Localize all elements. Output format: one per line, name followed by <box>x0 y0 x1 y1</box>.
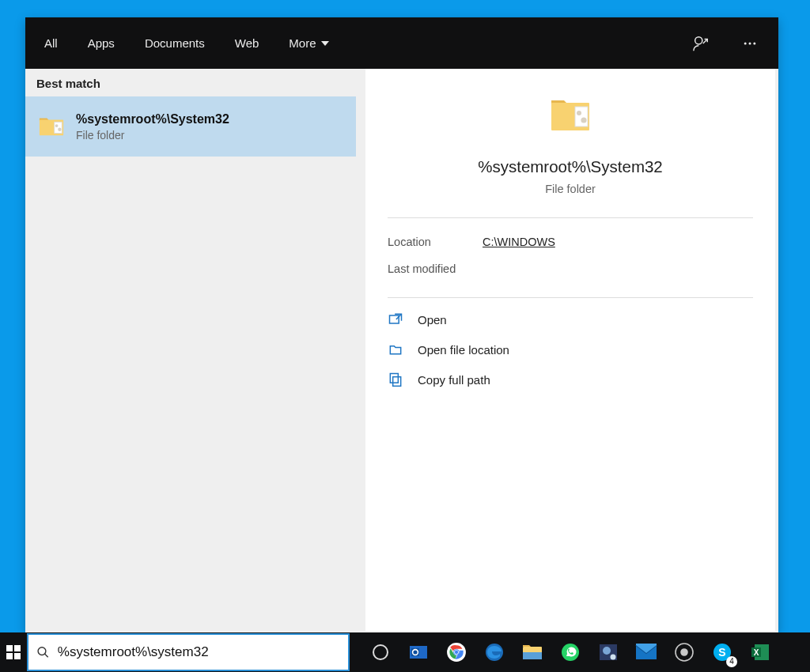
svg-rect-5 <box>55 122 62 133</box>
svg-point-11 <box>581 117 586 123</box>
taskbar-search[interactable] <box>27 633 350 671</box>
groove-music-icon[interactable] <box>671 639 698 666</box>
tab-more[interactable]: More <box>284 32 333 55</box>
mail-icon[interactable] <box>633 639 660 666</box>
search-input[interactable] <box>58 644 348 660</box>
svg-point-33 <box>603 647 611 655</box>
svg-rect-14 <box>390 374 398 383</box>
svg-point-19 <box>38 647 46 655</box>
details: Location C:\WINDOWS Last modified <box>365 218 775 297</box>
svg-rect-18 <box>14 653 21 659</box>
action-open[interactable]: Open <box>378 304 763 334</box>
svg-rect-17 <box>6 653 13 659</box>
svg-rect-9 <box>575 107 588 126</box>
results-panel: Best match %systemroot%\System32 File fo… <box>25 69 356 632</box>
svg-point-0 <box>695 36 702 43</box>
search-icon <box>36 645 50 659</box>
folder-icon <box>548 96 592 140</box>
tab-more-label: More <box>289 36 316 50</box>
preview-title: %systemroot%\System32 <box>365 157 775 176</box>
preview-subtitle: File folder <box>365 183 775 217</box>
svg-point-34 <box>611 655 616 660</box>
folder-icon <box>38 113 65 140</box>
action-copy-path-label: Copy full path <box>418 373 490 387</box>
outlook-icon[interactable] <box>405 639 432 666</box>
taskbar: S 4 X <box>0 632 810 672</box>
file-explorer-icon[interactable] <box>519 639 546 666</box>
app-icon[interactable] <box>595 639 622 666</box>
edge-icon[interactable] <box>481 639 508 666</box>
preview-panel: %systemroot%\System32 File folder Locati… <box>365 69 775 631</box>
action-open-location-label: Open file location <box>418 343 509 357</box>
excel-icon[interactable]: X <box>747 639 774 666</box>
action-open-label: Open <box>418 313 447 327</box>
lastmodified-key: Last modified <box>388 262 483 275</box>
svg-rect-15 <box>6 645 13 651</box>
action-open-location[interactable]: Open file location <box>378 334 763 364</box>
svg-point-1 <box>744 42 747 44</box>
tab-documents[interactable]: Documents <box>140 32 210 55</box>
svg-point-20 <box>373 645 388 659</box>
location-link[interactable]: C:\WINDOWS <box>483 236 555 248</box>
result-title: %systemroot%\System32 <box>76 112 229 126</box>
svg-rect-12 <box>390 315 399 323</box>
svg-point-27 <box>455 651 458 654</box>
action-copy-path[interactable]: Copy full path <box>378 364 763 395</box>
chevron-down-icon <box>321 41 329 46</box>
chrome-icon[interactable] <box>443 639 470 666</box>
skype-icon[interactable]: S 4 <box>709 639 736 666</box>
tab-apps[interactable]: Apps <box>83 32 119 55</box>
svg-point-2 <box>749 42 751 44</box>
cortana-icon[interactable] <box>367 639 394 666</box>
best-match-heading: Best match <box>25 69 356 96</box>
svg-point-6 <box>55 124 59 127</box>
more-options-icon[interactable] <box>736 29 764 58</box>
result-subtitle: File folder <box>76 129 229 142</box>
feedback-icon[interactable] <box>687 29 715 58</box>
search-panel: All Apps Documents Web More Best match <box>25 17 778 632</box>
tab-all[interactable]: All <box>40 32 62 55</box>
svg-text:S: S <box>718 646 725 659</box>
svg-rect-16 <box>14 645 21 651</box>
svg-text:X: X <box>754 648 759 657</box>
svg-point-3 <box>753 42 755 44</box>
svg-rect-13 <box>393 377 401 387</box>
svg-point-10 <box>577 111 581 115</box>
start-button[interactable] <box>0 632 27 672</box>
svg-rect-30 <box>523 652 542 659</box>
result-item[interactable]: %systemroot%\System32 File folder <box>25 96 356 157</box>
location-key: Location <box>388 236 483 248</box>
svg-point-7 <box>58 128 61 131</box>
svg-point-37 <box>681 649 687 655</box>
tab-web[interactable]: Web <box>230 32 264 55</box>
filter-tabbar: All Apps Documents Web More <box>25 17 778 69</box>
whatsapp-icon[interactable] <box>557 639 584 666</box>
skype-badge: 4 <box>726 656 737 667</box>
